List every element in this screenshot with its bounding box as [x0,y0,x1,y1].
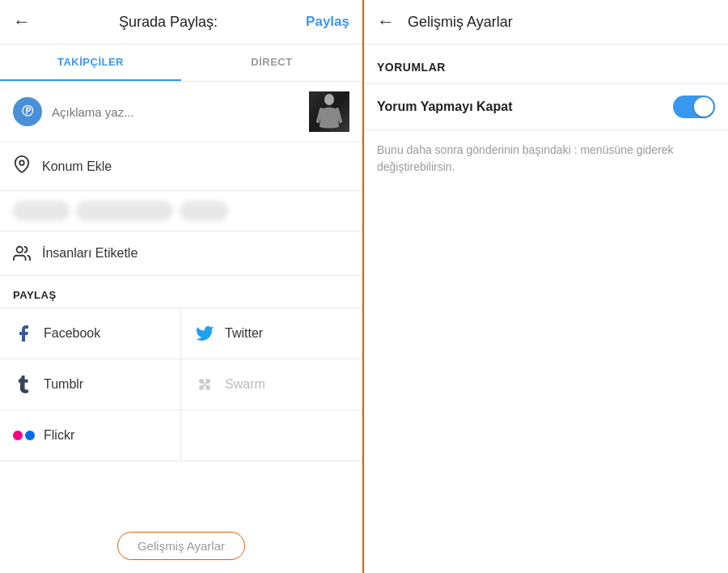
tab-takipciler[interactable]: TAKİPÇİLER [0,45,181,81]
right-panel: ← Gelişmiş Ayarlar YORUMLAR Yorum Yapmay… [364,0,728,573]
back-button-right[interactable]: ← [377,11,395,32]
yorumlar-section-title: YORUMLAR [364,45,728,83]
flickr-icon [13,425,34,446]
share-item-twitter[interactable]: Twitter [181,308,362,359]
svg-point-1 [19,160,24,165]
avatar: Ⓟ [13,97,42,126]
svg-point-2 [17,247,23,253]
yorum-setting-label: Yorum Yapmayı Kapat [377,100,512,114]
yorum-setting-description: Bunu daha sonra gönderinin başındaki : m… [364,130,728,187]
avatar-letter: Ⓟ [22,104,33,119]
comment-row: Ⓟ [0,82,362,142]
twitter-icon [194,323,215,344]
right-header: ← Gelişmiş Ayarlar [364,0,728,45]
post-thumbnail [309,91,349,132]
share-item-facebook[interactable]: Facebook [0,308,181,359]
tag-pill-1[interactable] [13,201,70,221]
post-thumbnail-image [316,93,342,130]
tag-pill-3[interactable] [180,201,228,221]
people-label: İnsanları Etiketle [42,246,138,261]
tumblr-label: Tumblr [44,377,83,392]
share-item-tumblr[interactable]: Tumblr [0,359,181,410]
share-item-swarm[interactable]: Swarm [181,359,362,410]
location-icon [13,155,31,177]
advanced-btn-container: Gelişmiş Ayarlar [0,519,362,573]
yorum-setting-row: Yorum Yapmayı Kapat [364,83,728,130]
facebook-icon [13,323,34,344]
twitter-label: Twitter [225,326,263,341]
share-section-header: PAYLAŞ [0,276,362,308]
location-label: Konum Ekle [42,159,112,174]
share-grid: Facebook Twitter Tumblr [0,308,362,461]
flickr-dot-pink [13,431,23,440]
tabs-container: TAKİPÇİLER DİRECT [0,45,362,82]
right-header-title: Gelişmiş Ayarlar [408,14,513,31]
share-empty-cell [181,410,362,461]
comment-input[interactable] [52,105,299,119]
tag-pill-2[interactable] [76,201,173,221]
facebook-label: Facebook [44,326,100,341]
back-button-left[interactable]: ← [13,11,31,32]
advanced-settings-button[interactable]: Gelişmiş Ayarlar [117,532,245,560]
paylas-action-button[interactable]: Paylaş [306,14,349,30]
left-header-title: Şurada Paylaş: [119,14,218,31]
tumblr-icon [13,374,34,395]
swarm-label: Swarm [225,377,265,392]
location-row[interactable]: Konum Ekle [0,142,362,191]
yorum-toggle[interactable] [673,96,715,118]
flickr-label: Flickr [44,428,74,443]
people-icon [13,244,31,262]
left-panel: ← Şurada Paylaş: Paylaş TAKİPÇİLER DİREC… [0,0,364,573]
svg-point-0 [324,94,334,105]
people-row[interactable]: İnsanları Etiketle [0,231,362,276]
toggle-knob [694,97,713,117]
tags-row [0,191,362,231]
swarm-icon [194,374,215,395]
share-item-flickr[interactable]: Flickr [0,410,181,461]
flickr-dot-blue [25,431,35,440]
tab-direct[interactable]: DİRECT [181,45,362,81]
left-header: ← Şurada Paylaş: Paylaş [0,0,362,45]
